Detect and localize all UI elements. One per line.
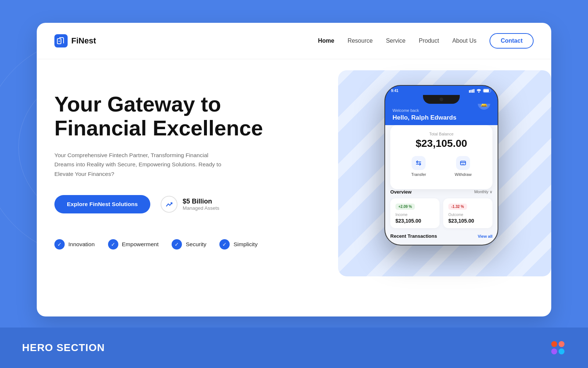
feature-simplicity: ✓ Simplicity [219,239,257,250]
phone-camera [440,98,443,101]
nav-product[interactable]: Product [419,38,439,44]
transfer-label: Transfer [411,172,426,177]
stat-block: $5 Billion Managed Assets [161,196,219,213]
phone-side-button [498,134,498,152]
phone-body: Total Balance $23,105.00 Transfer [385,125,498,245]
recent-title: Recent Transactions [390,233,437,239]
svg-rect-8 [484,89,489,92]
nav-links: Home Resource Service Product About Us C… [318,33,534,49]
stat-sub: Managed Assets [183,205,219,211]
feature-empowerment-label: Empowerment [122,241,159,248]
feature-security-label: Security [186,241,206,248]
feature-security: ✓ Security [172,239,206,250]
hero-right: 9:41 🔔 Welcome back Hell [304,81,534,303]
income-amount: $23,105.00 [395,218,434,224]
hero-description: Your Comprehensive Fintech Partner, Tran… [54,151,223,179]
explore-button[interactable]: Explore FinNest Solutions [54,195,150,213]
outcome-badge: -1.32 % [448,204,467,210]
withdraw-icon [456,156,470,170]
feature-badges: ✓ Innovation ✓ Empowerment ✓ Security ✓ … [54,239,289,250]
svg-rect-2 [469,90,470,93]
hero-title-line1: Your Gateway to [54,92,221,116]
phone-time: 9:41 [391,89,398,93]
transfer-action[interactable]: Transfer [411,156,426,177]
check-icon-innovation: ✓ [54,239,65,250]
feature-innovation: ✓ Innovation [54,239,95,250]
stat-amount: $5 Billion [183,198,219,205]
balance-amount: $23,105.00 [397,138,486,149]
nav-home[interactable]: Home [318,38,334,44]
logo-icon [54,34,68,47]
trend-icon [161,196,178,213]
welcome-text: Welcome back [392,108,490,113]
feature-simplicity-label: Simplicity [233,241,257,248]
stat-text: $5 Billion Managed Assets [183,198,219,211]
phone-notch-area: 9:41 [385,86,498,104]
main-card: FiNest Home Resource Service Product Abo… [37,23,551,316]
hero-left: Your Gateway to Financial Excellence You… [54,81,304,250]
check-icon-empowerment: ✓ [108,239,118,250]
hero-actions: Explore FinNest Solutions $5 Billion Man… [54,195,289,213]
phone-notch [423,95,460,104]
feature-innovation-label: Innovation [68,241,95,248]
logo[interactable]: FiNest [54,34,96,47]
svg-rect-4 [472,89,473,93]
outcome-card: -1.32 % Outcome $23,105.00 [443,198,492,228]
overview-header: Overview Monthly ∨ [390,189,492,195]
outcome-label: Outcome [448,213,487,217]
income-badge: +2.09 % [395,204,415,210]
feature-empowerment: ✓ Empowerment [108,239,159,250]
nav-service[interactable]: Service [386,38,405,44]
check-icon-security: ✓ [172,239,182,250]
svg-rect-5 [473,89,474,93]
logo-text: FiNest [71,36,96,46]
hero-section: Your Gateway to Financial Excellence You… [37,59,551,316]
quick-actions: Transfer Withdraw [397,156,486,177]
svg-point-1 [59,41,60,42]
view-all-link[interactable]: View all [478,234,492,238]
phone-status-bar: 9:41 [391,89,492,93]
figma-icon [550,340,566,356]
withdraw-action[interactable]: Withdraw [455,156,472,177]
transfer-icon [412,156,426,170]
withdraw-label: Withdraw [455,172,472,177]
balance-label: Total Balance [397,132,486,136]
income-label: Income [395,213,434,217]
phone-mockup: 9:41 🔔 Welcome back Hell [384,85,498,245]
hero-title-line2: Financial Excellence [54,116,263,140]
outcome-amount: $23,105.00 [448,218,487,224]
income-card: +2.09 % Income $23,105.00 [390,198,440,228]
svg-point-6 [478,92,480,93]
bottom-bar: HERO SECTION [0,328,588,368]
navbar: FiNest Home Resource Service Product Abo… [37,23,551,59]
balance-card: Total Balance $23,105.00 Transfer [390,125,492,189]
bottom-bar-label: HERO SECTION [22,342,105,354]
contact-button[interactable]: Contact [490,33,534,49]
nav-about[interactable]: About Us [452,38,477,44]
check-icon-simplicity: ✓ [219,239,230,250]
monthly-select[interactable]: Monthly ∨ [474,190,492,194]
overview-cards: +2.09 % Income $23,105.00 -1.32 % Outcom… [390,198,492,228]
overview-section: Overview Monthly ∨ +2.09 % Income $23,10… [390,189,492,228]
svg-rect-3 [470,90,472,93]
recent-transactions-header: Recent Transactions View all [390,233,492,239]
hero-title: Your Gateway to Financial Excellence [54,92,289,140]
nav-resource[interactable]: Resource [348,38,373,44]
overview-title: Overview [390,189,412,195]
svg-point-10 [463,164,463,164]
user-name: Hello, Ralph Edwards [392,114,490,121]
